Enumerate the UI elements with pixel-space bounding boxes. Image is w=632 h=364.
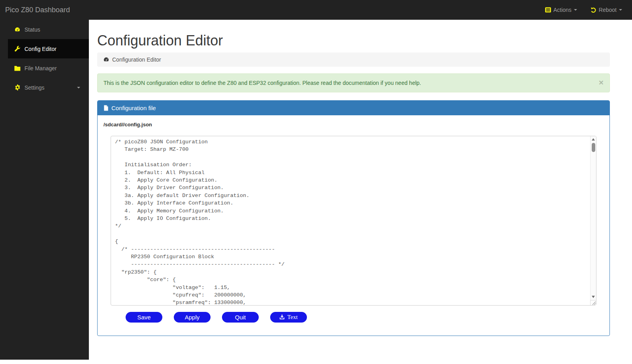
chevron-down-icon <box>619 9 622 11</box>
sidebar-item-label: Config Editor <box>24 46 56 52</box>
resize-grip[interactable] <box>590 300 596 305</box>
sidebar-item-config-editor[interactable]: Config Editor <box>8 39 89 58</box>
file-icon <box>103 105 109 111</box>
top-navbar: Pico Z80 Dashboard Actions Reboot <box>0 0 632 20</box>
sidebar-item-status[interactable]: Status <box>8 20 89 39</box>
close-icon[interactable]: × <box>599 80 604 85</box>
info-alert: This is the JSON configuration editor to… <box>97 73 610 92</box>
chevron-down-icon <box>77 87 80 88</box>
scrollbar-up-arrow-icon[interactable] <box>591 137 596 142</box>
text-download-button[interactable]: Text <box>270 312 307 323</box>
save-button[interactable]: Save <box>126 312 162 323</box>
editor-buttons: Save Apply Quit Text <box>126 312 604 323</box>
panel-body: /sdcard//config.json /* picoZ80 JSON Con… <box>98 115 609 336</box>
rotate-icon <box>591 7 596 13</box>
text-button-label: Text <box>287 314 297 321</box>
sidebar-item-label: Settings <box>24 84 45 91</box>
apply-button[interactable]: Apply <box>174 312 211 323</box>
sidebar: Status Config Editor File Manager Settin… <box>0 20 89 360</box>
quit-button[interactable]: Quit <box>222 312 259 323</box>
alert-text: This is the JSON configuration editor to… <box>103 80 599 86</box>
gear-icon <box>14 84 21 90</box>
breadcrumb-label: Configuration Editor <box>112 56 161 63</box>
configuration-file-panel: Configuration file /sdcard//config.json … <box>97 100 610 336</box>
reboot-label: Reboot <box>599 7 617 13</box>
sidebar-item-settings[interactable]: Settings <box>8 78 89 97</box>
sidebar-item-label: File Manager <box>24 65 57 71</box>
tachometer-icon <box>14 26 21 32</box>
config-file-path: /sdcard//config.json <box>103 121 604 128</box>
navbar-right: Actions Reboot <box>532 7 632 13</box>
page-title: Configuration Editor <box>97 33 610 49</box>
wrench-icon <box>14 46 21 52</box>
download-icon <box>279 314 285 320</box>
app-brand[interactable]: Pico Z80 Dashboard <box>0 6 70 14</box>
scrollbar-thumb[interactable] <box>592 143 595 152</box>
main-content: Configuration Editor Configuration Edito… <box>89 20 632 336</box>
editor-scrollbar[interactable] <box>590 136 596 300</box>
config-editor-textarea[interactable]: /* picoZ80 JSON Configuration Target: Sh… <box>111 136 596 306</box>
actions-menu[interactable]: Actions <box>545 7 577 13</box>
actions-label: Actions <box>553 7 572 13</box>
reboot-menu[interactable]: Reboot <box>591 7 622 13</box>
panel-title: Configuration file <box>111 104 156 112</box>
list-icon <box>545 7 551 13</box>
folder-icon <box>14 66 21 71</box>
sidebar-item-file-manager[interactable]: File Manager <box>8 58 89 78</box>
panel-header: Configuration file <box>98 101 609 115</box>
scrollbar-down-arrow-icon[interactable] <box>591 294 596 300</box>
tachometer-icon <box>103 56 109 62</box>
sidebar-item-label: Status <box>24 26 40 33</box>
chevron-down-icon <box>574 9 577 11</box>
config-editor-area: /* picoZ80 JSON Configuration Target: Sh… <box>111 136 596 306</box>
breadcrumb: Configuration Editor <box>97 53 610 67</box>
